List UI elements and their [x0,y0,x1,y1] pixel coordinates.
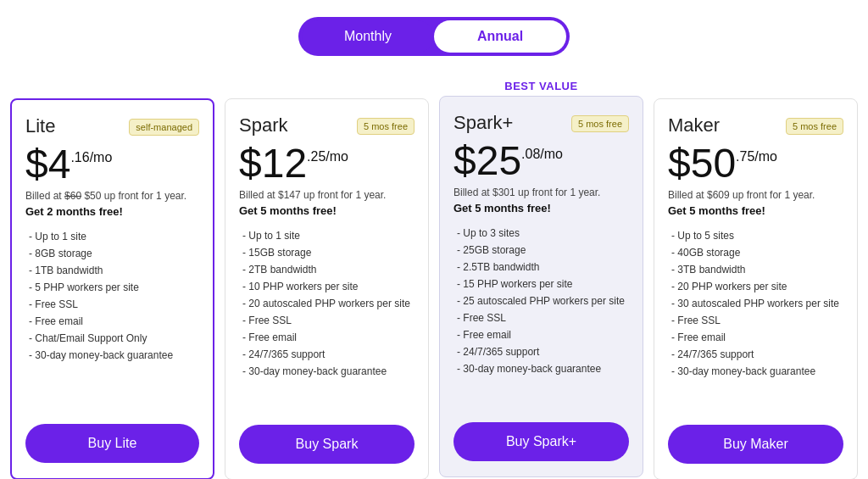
list-item: 24/7/365 support [668,346,843,363]
list-item: 20 PHP workers per site [668,278,843,295]
buy-button-maker[interactable]: Buy Maker [668,425,843,464]
plan-name-spark: Spark [239,114,287,136]
list-item: 20 autoscaled PHP workers per site [239,295,415,312]
list-item: Free SSL [239,312,415,329]
plan-name-maker: Maker [668,114,720,136]
price-main-sparkplus: $25 [453,141,521,181]
monthly-toggle-btn[interactable]: Monthly [302,20,434,53]
plan-name-sparkplus: Spark+ [453,112,513,134]
list-item: Free SSL [453,309,629,326]
plan-badge-maker: 5 mos free [786,118,843,135]
list-item: 25GB storage [453,242,629,259]
list-item: 10 PHP workers per site [239,278,415,295]
billed-text-lite: Billed at $60 $50 up front for 1 year. [25,190,199,202]
list-item: 15GB storage [239,244,415,261]
list-item: Up to 5 sites [668,227,843,244]
free-months-spark: Get 5 months free! [239,204,415,217]
list-item: 24/7/365 support [239,346,415,363]
list-item: 8GB storage [25,245,199,262]
list-item: Chat/Email Support Only [25,330,199,347]
list-item: Up to 3 sites [453,225,629,242]
list-item: 3TB bandwidth [668,261,843,278]
price-decimal-spark: .25/mo [307,150,348,164]
list-item: 30 autoscaled PHP workers per site [668,295,843,312]
features-list-maker: Up to 5 sites40GB storage3TB bandwidth20… [668,227,843,411]
plan-name-lite: Lite [25,115,55,137]
plans-container: Liteself-managed$4.16/moBilled at $60 $5… [10,80,858,479]
price-decimal-sparkplus: .08/mo [521,148,563,161]
list-item: Free email [668,329,843,346]
list-item: 30-day money-back guarantee [668,363,843,380]
plan-badge-lite: self-managed [129,119,199,136]
features-list-lite: Up to 1 site8GB storage1TB bandwidth5 PH… [25,228,199,410]
plan-badge-spark: 5 mos free [357,118,415,135]
list-item: Free email [25,313,199,330]
list-item: 1TB bandwidth [25,262,199,279]
list-item: 30-day money-back guarantee [25,347,199,364]
features-list-spark: Up to 1 site15GB storage2TB bandwidth10 … [239,227,415,411]
plan-column-maker: Maker5 mos free$50.75/moBilled at $609 u… [654,80,858,479]
list-item: 24/7/365 support [453,343,629,360]
list-item: Up to 1 site [25,228,199,245]
best-value-label: BEST VALUE [439,80,643,92]
buy-button-spark[interactable]: Buy Spark [239,425,415,464]
annual-toggle-btn[interactable]: Annual [434,20,566,53]
plan-header-spark: Spark5 mos free [239,114,415,136]
list-item: Free SSL [668,312,843,329]
plan-header-sparkplus: Spark+5 mos free [453,112,629,134]
list-item: 30-day money-back guarantee [453,360,629,377]
plan-column-spark: Spark5 mos free$12.25/moBilled at $147 u… [225,80,429,479]
plan-header-lite: Liteself-managed [25,115,199,137]
list-item: 30-day money-back guarantee [239,363,415,380]
features-list-sparkplus: Up to 3 sites25GB storage2.5TB bandwidth… [453,225,629,409]
price-row-lite: $4.16/mo [25,144,199,185]
plan-card-sparkplus: Spark+5 mos free$25.08/moBilled at $301 … [439,96,643,477]
price-row-sparkplus: $25.08/mo [453,141,629,181]
list-item: 25 autoscaled PHP workers per site [453,292,629,309]
list-item: 15 PHP workers per site [453,276,629,292]
plan-badge-sparkplus: 5 mos free [571,115,629,132]
plan-card-maker: Maker5 mos free$50.75/moBilled at $609 u… [654,98,858,479]
price-main-maker: $50 [668,143,736,184]
billed-text-maker: Billed at $609 up front for 1 year. [668,189,843,201]
plan-column-lite: Liteself-managed$4.16/moBilled at $60 $5… [10,80,214,479]
plan-header-maker: Maker5 mos free [668,114,843,136]
plan-card-lite: Liteself-managed$4.16/moBilled at $60 $5… [10,98,214,479]
list-item: 40GB storage [668,244,843,261]
list-item: Free SSL [25,296,199,313]
price-main-lite: $4 [25,144,70,185]
price-main-spark: $12 [239,143,307,184]
list-item: Free email [239,329,415,346]
list-item: 5 PHP workers per site [25,279,199,296]
price-decimal-maker: .75/mo [736,150,777,164]
buy-button-lite[interactable]: Buy Lite [25,424,199,463]
free-months-maker: Get 5 months free! [668,204,843,217]
free-months-lite: Get 2 months free! [25,205,199,218]
list-item: Free email [453,326,629,343]
plan-column-sparkplus: BEST VALUESpark+5 mos free$25.08/moBille… [439,80,643,477]
price-row-spark: $12.25/mo [239,143,415,184]
billed-text-sparkplus: Billed at $301 up front for 1 year. [453,187,629,198]
price-decimal-lite: .16/mo [70,151,112,164]
price-row-maker: $50.75/mo [668,143,843,184]
list-item: 2TB bandwidth [239,261,415,278]
plan-card-spark: Spark5 mos free$12.25/moBilled at $147 u… [225,98,429,479]
billed-text-spark: Billed at $147 up front for 1 year. [239,189,415,201]
billing-toggle: Monthly Annual [298,17,570,56]
list-item: Up to 1 site [239,227,415,244]
buy-button-sparkplus[interactable]: Buy Spark+ [453,422,629,461]
list-item: 2.5TB bandwidth [453,259,629,276]
free-months-sparkplus: Get 5 months free! [453,202,629,214]
